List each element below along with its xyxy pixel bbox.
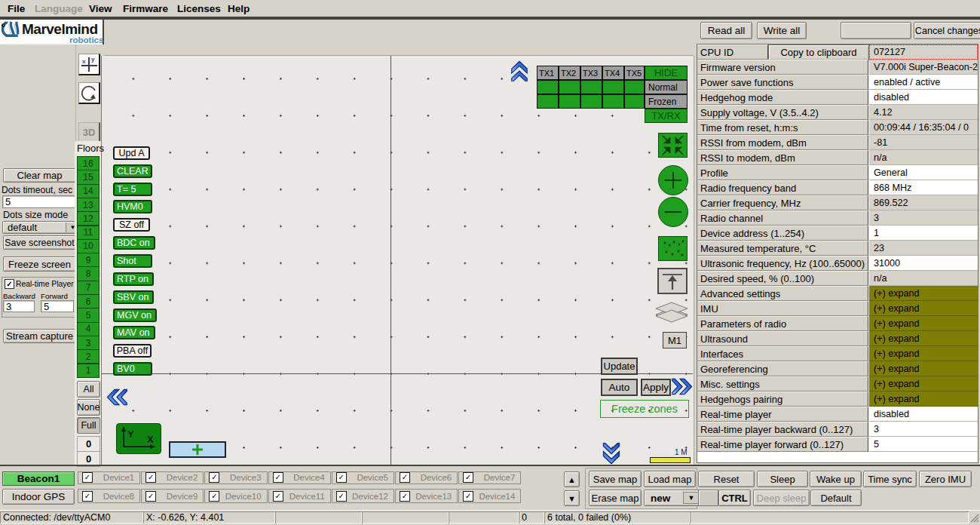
svg-text:x: x xyxy=(82,58,86,65)
svg-text:y: y xyxy=(91,56,95,63)
svg-text:Y: Y xyxy=(127,428,134,440)
svg-text:X: X xyxy=(147,434,154,445)
